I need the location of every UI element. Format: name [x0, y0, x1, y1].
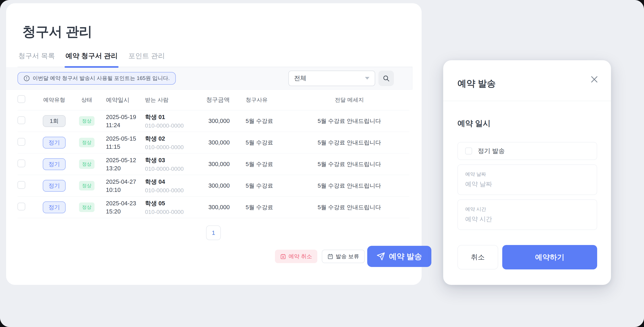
regular-send-label: 정기 발송: [478, 147, 505, 155]
footer-actions: 예약 취소 발송 보류: [275, 246, 431, 267]
recipient: 학생 01010-0000-0000: [142, 113, 202, 129]
points-notice-text: 이번달 예약 청구서 발송시 사용될 포인트는 165원 입니다.: [32, 75, 170, 82]
table-row: 정기 정상 2025-04-2710:10 학생 04010-0000-0000…: [18, 175, 409, 197]
reservation-send-modal: 예약 발송 예약 일시 정기 발송 예약 날짜 예약 날짜 예약 시간: [443, 60, 611, 285]
reservation-time-field[interactable]: 예약 시간 예약 시간: [458, 199, 597, 230]
send-reservation-button[interactable]: 예약 발송: [367, 246, 431, 267]
modal-body: 예약 일시 정기 발송 예약 날짜 예약 날짜 예약 시간 예약 시간 취소 예…: [443, 101, 611, 269]
reservation-time-label: 예약 시간: [465, 206, 590, 212]
billing-amount: 300,000: [202, 161, 230, 167]
reservation-date-field[interactable]: 예약 날짜 예약 날짜: [458, 164, 597, 195]
filter-select-value: 전체: [294, 74, 306, 82]
reservation-datetime: 2025-05-1511:15: [103, 134, 142, 151]
reservation-date-placeholder: 예약 날짜: [465, 180, 590, 188]
reservation-datetime: 2025-04-2710:10: [103, 178, 142, 194]
status-badge: 정상: [79, 159, 94, 169]
search-icon: [382, 75, 390, 82]
modal-title: 예약 발송: [458, 77, 496, 89]
header-reservation-type: 예약유형: [38, 96, 70, 104]
hold-sending-button[interactable]: 발송 보류: [322, 250, 365, 263]
billing-reason: 5월 수강료: [230, 182, 289, 190]
status-badge: 정상: [79, 181, 94, 190]
page-title: 청구서 관리: [22, 25, 422, 38]
recipient: 학생 05010-0000-0000: [142, 199, 202, 215]
modal-submit-button[interactable]: 예약하기: [502, 245, 597, 269]
billing-reason: 5월 수강료: [230, 139, 289, 146]
toolbar: 이번달 예약 청구서 발송시 사용될 포인트는 165원 입니다. 전체: [6, 67, 412, 89]
reservation-datetime: 2025-04-2315:20: [103, 199, 142, 216]
header-recipient: 받는 사람: [142, 96, 202, 104]
close-icon: [590, 75, 599, 84]
modal-header: 예약 발송: [443, 60, 611, 101]
modal-cancel-button[interactable]: 취소: [458, 245, 498, 269]
table-row: 정기 정상 2025-05-1511:15 학생 02010-0000-0000…: [18, 132, 409, 153]
billing-amount: 300,000: [202, 182, 230, 189]
reservation-date-label: 예약 날짜: [465, 171, 590, 177]
table-row: 정기 정상 2025-05-1213:20 학생 03010-0000-0000…: [18, 153, 409, 175]
billing-amount: 300,000: [202, 118, 230, 124]
calendar-icon: [328, 254, 333, 259]
reservation-type-badge: 정기: [43, 158, 66, 170]
delivery-message: 5월 수강료 안내드립니다: [289, 117, 409, 125]
header-message: 전달 메세지: [289, 96, 409, 104]
reservation-table: 예약유형 상태 예약일시 받는 사람 청구금액 청구사유 전달 메세지 1회 정…: [18, 89, 409, 218]
status-badge: 정상: [79, 116, 94, 126]
toolbar-right: 전체: [288, 71, 394, 86]
filter-select[interactable]: 전체: [288, 71, 375, 86]
recipient: 학생 04010-0000-0000: [142, 178, 202, 194]
chevron-down-icon: [365, 77, 370, 79]
row-checkbox[interactable]: [18, 138, 25, 146]
table-header-row: 예약유형 상태 예약일시 받는 사람 청구금액 청구사유 전달 메세지: [18, 89, 409, 110]
table-body: 1회 정상 2025-05-1911:24 학생 01010-0000-0000…: [18, 110, 409, 218]
row-checkbox[interactable]: [18, 181, 25, 189]
tab-invoice-list[interactable]: 청구서 목록: [18, 51, 56, 67]
tab-point-management[interactable]: 포인트 관리: [128, 51, 166, 67]
pagination: 1: [18, 226, 409, 240]
reservation-type-badge: 정기: [43, 137, 66, 149]
reservation-datetime: 2025-05-1911:24: [103, 113, 142, 129]
table-row: 정기 정상 2025-04-2315:20 학생 05010-0000-0000…: [18, 197, 409, 218]
select-all-checkbox[interactable]: [18, 95, 25, 103]
header-status: 상태: [70, 96, 103, 104]
cancel-reservation-button[interactable]: 예약 취소: [275, 250, 317, 263]
recipient: 학생 02010-0000-0000: [142, 135, 202, 151]
reservation-time-placeholder: 예약 시간: [465, 215, 590, 223]
points-notice: 이번달 예약 청구서 발송시 사용될 포인트는 165원 입니다.: [18, 72, 176, 85]
header-reason: 청구사유: [230, 96, 289, 104]
close-button[interactable]: [590, 74, 599, 84]
info-icon: [24, 75, 30, 81]
delivery-message: 5월 수강료 안내드립니다: [289, 139, 409, 146]
billing-reason: 5월 수강료: [230, 160, 289, 168]
header-reservation-datetime: 예약일시: [103, 96, 142, 104]
row-checkbox[interactable]: [18, 160, 25, 167]
modal-actions: 취소 예약하기: [458, 245, 597, 269]
row-checkbox[interactable]: [18, 116, 25, 124]
tab-bar: 청구서 목록 예약 청구서 관리 포인트 관리: [18, 51, 412, 67]
reservation-datetime-section-title: 예약 일시: [458, 118, 597, 129]
send-icon: [376, 252, 385, 261]
tab-reserved-invoice-management[interactable]: 예약 청구서 관리: [64, 51, 118, 67]
reservation-type-badge: 1회: [43, 115, 66, 127]
search-button[interactable]: [378, 71, 394, 86]
row-checkbox[interactable]: [18, 203, 25, 210]
regular-send-option[interactable]: 정기 발송: [458, 142, 597, 160]
app-screen: 청구서 관리 청구서 목록 예약 청구서 관리 포인트 관리 이번달 예약 청구…: [0, 0, 644, 327]
delivery-message: 5월 수강료 안내드립니다: [289, 160, 409, 168]
recipient: 학생 03010-0000-0000: [142, 156, 202, 172]
billing-amount: 300,000: [202, 204, 230, 211]
page-button-1[interactable]: 1: [206, 226, 221, 240]
billing-amount: 300,000: [202, 139, 230, 146]
status-badge: 정상: [79, 202, 94, 212]
table-row: 1회 정상 2025-05-1911:24 학생 01010-0000-0000…: [18, 110, 409, 132]
reservation-type-badge: 정기: [43, 201, 66, 213]
calendar-x-icon: [280, 254, 286, 259]
status-badge: 정상: [79, 138, 94, 147]
billing-reason: 5월 수강료: [230, 204, 289, 211]
regular-send-checkbox[interactable]: [465, 148, 472, 154]
reservation-datetime: 2025-05-1213:20: [103, 156, 142, 172]
delivery-message: 5월 수강료 안내드립니다: [289, 182, 409, 190]
reservation-type-badge: 정기: [43, 180, 66, 192]
billing-reason: 5월 수강료: [230, 117, 289, 125]
billing-management-panel: 청구서 관리 청구서 목록 예약 청구서 관리 포인트 관리 이번달 예약 청구…: [6, 3, 422, 285]
header-amount: 청구금액: [202, 96, 230, 104]
